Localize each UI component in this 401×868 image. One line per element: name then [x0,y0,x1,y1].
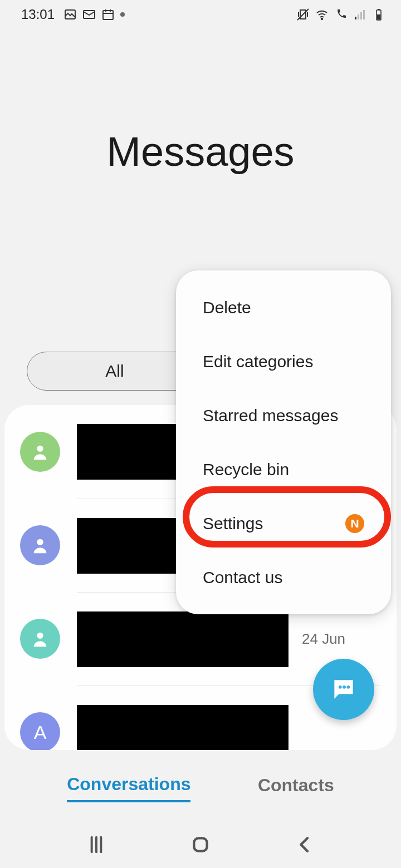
menu-item-label: Delete [203,298,251,317]
svg-rect-2 [103,11,113,19]
conversation-date: 24 Jun [302,630,345,648]
svg-point-13 [37,539,43,545]
svg-point-12 [37,446,43,452]
image-icon [63,8,77,21]
android-nav-bar [0,821,401,868]
more-notifications-dot [120,12,125,17]
redacted-content [77,705,288,751]
svg-rect-8 [363,10,365,19]
signal-icon [353,8,366,21]
menu-item-label: Edit categories [203,352,313,371]
compose-message-fab[interactable] [313,659,374,720]
menu-item-contact-us[interactable]: Contact us [176,550,391,604]
avatar [20,525,60,565]
menu-item-label: Starred messages [203,406,338,425]
tab-label: Conversations [67,774,190,794]
chip-label: All [105,362,124,381]
svg-rect-11 [377,14,380,19]
avatar: A [20,712,60,750]
avatar [20,432,60,472]
battery-icon [372,8,385,21]
nav-home[interactable] [189,834,212,856]
menu-item-label: Recycle bin [203,460,289,479]
svg-point-4 [321,18,322,19]
svg-rect-10 [378,9,380,10]
svg-rect-21 [194,838,207,851]
menu-item-label: Settings [203,514,263,533]
menu-item-settings[interactable]: Settings N [176,496,391,550]
mail-icon [82,8,96,21]
bottom-tab-bar: Conversations Contacts [0,766,401,810]
page-title: Messages [0,128,401,175]
svg-point-14 [37,633,43,639]
menu-item-edit-categories[interactable]: Edit categories [176,334,391,388]
svg-rect-6 [358,14,359,19]
menu-item-label: Contact us [203,568,282,587]
svg-point-15 [339,685,342,689]
menu-item-recycle-bin[interactable]: Recycle bin [176,442,391,496]
status-bar: 13:01 [0,0,401,29]
status-time: 13:01 [21,7,55,22]
svg-rect-7 [360,12,362,19]
compose-icon [330,675,358,703]
tab-conversations[interactable]: Conversations [67,774,190,802]
status-right [296,8,385,21]
wifi-calling-icon [334,8,348,21]
svg-rect-5 [355,17,356,19]
wifi-icon [315,8,329,21]
nav-recent-apps[interactable] [85,834,107,856]
nav-back[interactable] [294,834,316,856]
calendar-icon [101,8,115,21]
tab-label: Contacts [258,775,334,795]
svg-point-16 [343,685,346,689]
svg-point-17 [346,685,350,689]
vibrate-icon [296,8,310,21]
tab-contacts[interactable]: Contacts [258,775,334,801]
overflow-menu: Delete Edit categories Starred messages … [176,270,391,614]
status-left: 13:01 [21,7,125,22]
settings-new-badge: N [345,514,364,533]
avatar-letter: A [34,722,47,743]
menu-item-starred-messages[interactable]: Starred messages [176,388,391,442]
redacted-content [77,611,288,667]
menu-item-delete[interactable]: Delete [176,280,391,334]
avatar [20,619,60,659]
